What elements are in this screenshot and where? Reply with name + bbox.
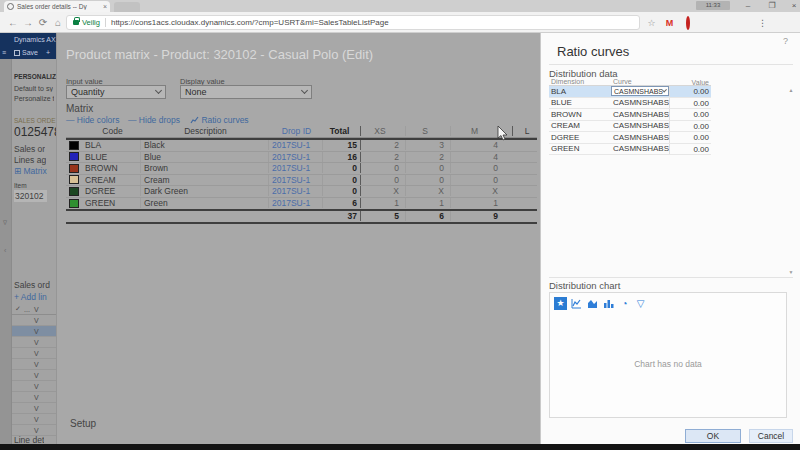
taskbar-edge [0, 444, 800, 450]
area-chart-button[interactable] [586, 297, 599, 310]
matrix-grid: Code Description Drop ID Total XS S M L … [66, 125, 537, 224]
item-label: Item [14, 182, 27, 189]
collapse-icon[interactable]: ‹ [4, 247, 6, 254]
color-swatch [69, 152, 79, 161]
gmail-extension-icon[interactable]: M [663, 17, 676, 30]
hide-colors-link[interactable]: — Hide colors [66, 115, 119, 125]
filter-icon[interactable]: ∇ [3, 219, 7, 226]
distribution-chart-header: Distribution chart [549, 280, 620, 291]
drop-id-link[interactable]: 2017SU-1 [268, 152, 322, 162]
app-brand-bar: Dynamics AX [0, 33, 56, 46]
home-icon[interactable]: ⌂ [51, 15, 65, 30]
line-row[interactable]: V [12, 315, 56, 326]
distribution-row[interactable]: BROWN CASMNSHABS 0.00 [549, 109, 711, 121]
cancel-button[interactable]: Cancel [749, 429, 793, 443]
drop-id-link[interactable]: 2017SU-1 [268, 163, 322, 173]
display-value-dropdown[interactable]: None [180, 85, 312, 99]
sales-order-label: SALES ORDE [14, 117, 56, 124]
line-row[interactable]: V [12, 392, 56, 403]
drop-id-link[interactable]: 2017SU-1 [268, 140, 322, 150]
back-icon[interactable]: ← [6, 15, 20, 30]
setup-section-header[interactable]: Setup [70, 418, 96, 429]
hamburger-icon[interactable]: ≡ [0, 49, 6, 56]
scroll-up-icon[interactable]: ▲ [787, 87, 795, 93]
line-row[interactable]: V [12, 348, 56, 359]
distribution-row[interactable]: CREAM CASMNSHABS 0.00 [549, 121, 711, 133]
adblock-extension-icon[interactable] [699, 17, 712, 30]
drop-id-link[interactable]: 2017SU-1 [268, 198, 322, 208]
tab-favicon-icon [7, 3, 14, 10]
column-chart-button[interactable] [602, 297, 615, 310]
ok-button[interactable]: OK [685, 429, 741, 443]
matrix-row[interactable]: BLABlack 2017SU-1 152 34 [66, 140, 537, 152]
browser-tab-bar: Sales order details -- Dy × 11:33 – ❐ × [0, 0, 800, 12]
distribution-chart-area: ★ ◔ ▽ Chart has no data [549, 292, 787, 418]
distribution-data-grid: Dimension Curve Value BLA CASMNSHABS 0.0… [549, 77, 711, 155]
matrix-link[interactable]: ⊞ Matrix [14, 166, 47, 176]
chevron-down-icon [662, 88, 667, 93]
distribution-row[interactable]: DGREE CASMNSHABS 0.00 [549, 132, 711, 144]
recording-badge: 11:33 [696, 1, 730, 10]
ring-extension-icon[interactable] [681, 17, 694, 30]
help-icon[interactable]: ? [783, 36, 788, 46]
pie-chart-button[interactable]: ◔ [618, 297, 631, 310]
new-tab-button[interactable] [114, 2, 140, 12]
left-rail: ∇ ‹ [0, 59, 12, 444]
chrome-menu-icon[interactable]: ⋮ [756, 17, 769, 30]
refresh-icon[interactable]: ⟳ [36, 15, 50, 30]
add-button[interactable]: + [40, 49, 50, 56]
add-line-link[interactable]: + Add lin [14, 292, 47, 302]
color-swatch [69, 199, 79, 208]
tab-close-icon[interactable]: × [103, 3, 107, 10]
lines-aggregate-tab[interactable]: Lines ag [14, 155, 46, 165]
distribution-row-selected[interactable]: BLA CASMNSHABS 0.00 [549, 86, 711, 98]
line-row[interactable]: V [12, 403, 56, 414]
star-chart-button[interactable]: ★ [554, 297, 567, 310]
color-swatch [69, 175, 79, 184]
divider [549, 64, 793, 65]
matrix-row[interactable]: GREENGreen 2017SU-1 61 11 [66, 198, 537, 210]
select-all-checkbox[interactable]: ✓ [12, 305, 24, 313]
drop-id-link[interactable]: 2017SU-1 [268, 175, 322, 185]
distribution-row[interactable]: GREEN CASMNSHABS 0.00 [549, 144, 711, 156]
browser-tab[interactable]: Sales order details -- Dy × [4, 1, 110, 12]
bookmark-star-icon[interactable]: ☆ [645, 17, 658, 30]
personalize-option-1[interactable]: Default to sy [14, 85, 53, 92]
funnel-chart-button[interactable]: ▽ [634, 297, 647, 310]
line-row[interactable]: V [12, 337, 56, 348]
save-button[interactable]: Save [8, 49, 38, 56]
scroll-down-icon[interactable]: ▼ [787, 269, 795, 275]
url-text: https://cons1acs.cloudax.dynamics.com/?c… [111, 18, 389, 27]
sales-order-tab[interactable]: Sales or [14, 144, 45, 154]
line-row-selected[interactable]: V [12, 326, 56, 337]
drop-id-link[interactable]: 2017SU-1 [268, 186, 322, 196]
url-bar[interactable]: Veilig https://cons1acs.cloudax.dynamics… [66, 15, 640, 30]
app-background-strip: Dynamics AX ≡ Save + ∇ ‹ PERSONALIZE Def… [0, 33, 56, 444]
mouse-cursor [497, 126, 508, 141]
curve-dropdown[interactable]: CASMNSHABS [611, 86, 669, 96]
line-row[interactable]: V [12, 370, 56, 381]
window-close-button[interactable]: × [786, 0, 800, 11]
input-value-dropdown[interactable]: Quantity [66, 85, 166, 99]
matrix-row[interactable]: BROWNBrown 2017SU-1 00 00 [66, 163, 537, 175]
line-row[interactable]: V [12, 414, 56, 425]
matrix-row[interactable]: DGREEDark Green 2017SU-1 0X XX [66, 186, 537, 198]
distribution-row[interactable]: BLUE CASMNSHABS 0.00 [549, 98, 711, 110]
window-maximize-button[interactable]: ❐ [764, 0, 780, 11]
window-minimize-button[interactable]: – [740, 0, 756, 11]
app-command-bar: ≡ Save + [0, 46, 56, 59]
matrix-row[interactable]: CREAMCream 2017SU-1 00 00 [66, 175, 537, 187]
line-row[interactable]: V [12, 359, 56, 370]
grey-extension-icon-2[interactable] [735, 17, 748, 30]
matrix-row[interactable]: BLUEBlue 2017SU-1 162 24 [66, 152, 537, 164]
hide-drops-link[interactable]: — Hide drops [128, 115, 180, 125]
personalize-option-2[interactable]: Personalize t [14, 95, 54, 102]
color-swatch [69, 164, 79, 173]
ratio-curves-link[interactable]: Ratio curves [190, 115, 249, 125]
line-row[interactable]: V [12, 381, 56, 392]
forward-icon[interactable]: → [21, 15, 35, 30]
grey-extension-icon[interactable] [717, 17, 730, 30]
panel-title: Ratio curves [557, 44, 629, 59]
area-chart-icon [587, 298, 598, 309]
line-chart-button[interactable] [570, 297, 583, 310]
